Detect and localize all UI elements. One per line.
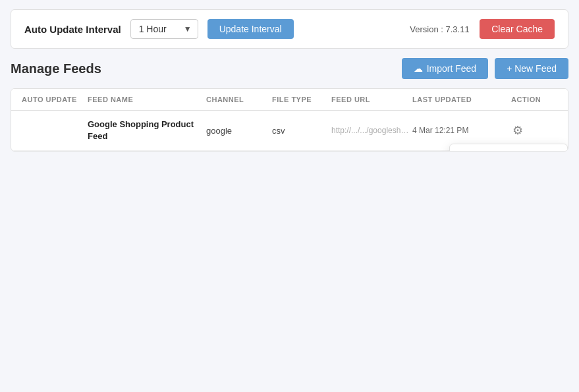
auto-update-cell xyxy=(22,126,88,136)
top-bar-left: Auto Update Interval 1 Hour 2 Hours 4 Ho… xyxy=(24,19,294,39)
manage-feeds-header: Manage Feeds ☁ Import Feed + New Feed xyxy=(11,58,568,79)
col-feed-url: FEED URL xyxy=(331,96,412,103)
clear-cache-button[interactable]: Clear Cache xyxy=(480,19,555,39)
feeds-table: AUTO UPDATE FEED NAME CHANNEL FILE TYPE … xyxy=(11,88,568,152)
top-bar-right: Version : 7.3.11 Clear Cache xyxy=(410,19,555,39)
col-action: ACTION xyxy=(511,96,557,103)
header-buttons: ☁ Import Feed + New Feed xyxy=(402,58,568,79)
interval-select[interactable]: 1 Hour 2 Hours 4 Hours 8 Hours 12 Hours … xyxy=(130,19,198,39)
col-last-updated: LAST UPDATED xyxy=(412,96,511,103)
update-interval-button[interactable]: Update Interval xyxy=(207,19,294,39)
action-cell: ⚙ xyxy=(511,122,557,139)
col-channel: CHANNEL xyxy=(206,96,272,103)
channel-cell: google xyxy=(206,126,272,136)
top-bar: Auto Update Interval 1 Hour 2 Hours 4 Ho… xyxy=(11,9,568,49)
manage-feeds-section: Manage Feeds ☁ Import Feed + New Feed AU… xyxy=(11,58,568,152)
interval-select-wrapper: 1 Hour 2 Hours 4 Hours 8 Hours 12 Hours … xyxy=(130,19,198,39)
new-feed-button[interactable]: + New Feed xyxy=(495,58,568,79)
auto-update-title: Auto Update Interval xyxy=(24,24,121,35)
action-gear-button[interactable]: ⚙ xyxy=(511,122,524,139)
col-feed-name: FEED NAME xyxy=(88,96,206,103)
col-auto-update: AUTO UPDATE xyxy=(22,96,88,103)
manage-feeds-title: Manage Feeds xyxy=(11,61,101,76)
version-label: Version : 7.3.11 xyxy=(410,24,469,34)
import-feed-button[interactable]: ☁ Import Feed xyxy=(402,58,488,79)
table-row: Google Shopping Product Feed google csv … xyxy=(11,111,568,151)
col-file-type: FILE TYPE xyxy=(272,96,331,103)
table-header: AUTO UPDATE FEED NAME CHANNEL FILE TYPE … xyxy=(11,89,568,111)
context-menu: View Regenerate Edit xyxy=(449,144,568,152)
file-type-cell: csv xyxy=(272,126,331,136)
feed-url-cell: http://.../.../googleshoppi... xyxy=(331,126,412,135)
last-updated-cell: 4 Mar 12:21 PM xyxy=(412,126,511,135)
context-menu-view[interactable]: View xyxy=(450,148,567,152)
feed-name-cell: Google Shopping Product Feed xyxy=(88,119,206,142)
cloud-upload-icon: ☁ xyxy=(414,63,423,74)
